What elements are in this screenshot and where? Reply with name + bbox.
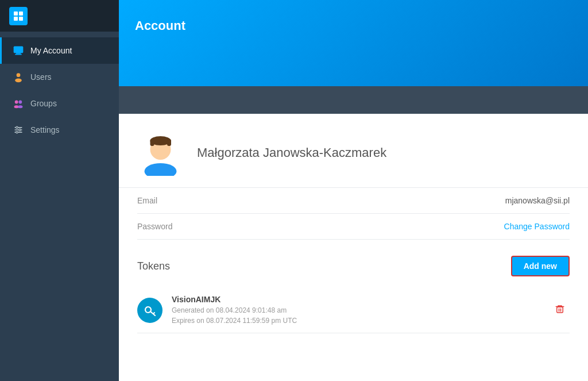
svg-point-8 — [15, 79, 22, 83]
tokens-title: Tokens — [137, 260, 170, 272]
sidebar: My Account Users Groups — [0, 0, 119, 381]
page-title: Account — [119, 9, 202, 43]
sidebar-item-groups[interactable]: Groups — [0, 90, 119, 117]
avatar — [137, 130, 183, 176]
svg-rect-4 — [14, 47, 24, 53]
password-label: Password — [137, 222, 172, 231]
sidebar-item-settings-label: Settings — [30, 125, 60, 134]
svg-rect-0 — [14, 11, 18, 16]
app-logo — [9, 7, 28, 25]
svg-point-9 — [15, 101, 18, 104]
profile-name: Małgorzata Janowska-Kaczmarek — [197, 145, 386, 160]
token-info: VisionAIMJK Generated on 08.04.2024 9:01… — [172, 295, 550, 326]
svg-point-7 — [17, 73, 21, 77]
svg-rect-22 — [150, 139, 154, 146]
token-item: VisionAIMJK Generated on 08.04.2024 9:01… — [137, 288, 570, 333]
settings-icon — [12, 124, 25, 136]
my-account-icon — [12, 44, 25, 57]
tokens-header: Tokens Add new — [137, 256, 570, 276]
sidebar-nav: My Account Users Groups — [0, 37, 119, 143]
delete-token-button[interactable] — [550, 302, 570, 320]
token-key-icon — [137, 298, 163, 323]
svg-rect-23 — [167, 139, 171, 146]
svg-rect-6 — [15, 54, 22, 55]
sidebar-item-users[interactable]: Users — [0, 64, 119, 90]
svg-point-16 — [16, 126, 18, 128]
svg-rect-27 — [557, 307, 563, 313]
svg-rect-3 — [19, 17, 23, 21]
token-expires: Expires on 08.07.2024 11:59:59 pm UTC — [172, 315, 550, 326]
main-content: Account Małgorzata Janowska-Kaczmarek — [119, 0, 588, 381]
dark-bar — [119, 86, 588, 114]
profile-section: Małgorzata Janowska-Kaczmarek — [119, 114, 588, 188]
svg-rect-2 — [14, 17, 18, 21]
svg-point-19 — [144, 163, 176, 176]
email-label: Email — [137, 196, 157, 205]
groups-icon — [12, 97, 25, 110]
svg-point-17 — [19, 129, 21, 130]
sidebar-item-groups-label: Groups — [30, 99, 57, 108]
users-icon — [12, 71, 25, 83]
sidebar-item-users-label: Users — [30, 72, 52, 82]
add-new-token-button[interactable]: Add new — [511, 256, 570, 276]
change-password-link[interactable]: Change Password — [504, 222, 570, 231]
svg-point-18 — [16, 132, 18, 133]
svg-rect-5 — [16, 53, 21, 54]
token-generated: Generated on 08.04.2024 9:01:48 am — [172, 305, 550, 315]
sidebar-item-my-account[interactable]: My Account — [0, 37, 119, 64]
svg-point-12 — [18, 105, 22, 108]
content-area: Małgorzata Janowska-Kaczmarek Email mjan… — [119, 114, 588, 381]
sidebar-header — [0, 0, 119, 32]
email-value: mjanowska@sii.pl — [505, 196, 570, 205]
email-row: Email mjanowska@sii.pl — [137, 188, 570, 214]
password-row: Password Change Password — [137, 214, 570, 240]
top-banner: Account — [119, 0, 588, 86]
info-section: Email mjanowska@sii.pl Password Change P… — [119, 188, 588, 240]
svg-point-10 — [18, 101, 22, 104]
svg-rect-1 — [19, 11, 23, 16]
sidebar-item-my-account-label: My Account — [30, 46, 72, 55]
token-name: VisionAIMJK — [172, 295, 550, 304]
tokens-section: Tokens Add new VisionAIMJK Generated on … — [119, 240, 588, 345]
sidebar-item-settings[interactable]: Settings — [0, 117, 119, 143]
svg-line-26 — [153, 313, 154, 314]
